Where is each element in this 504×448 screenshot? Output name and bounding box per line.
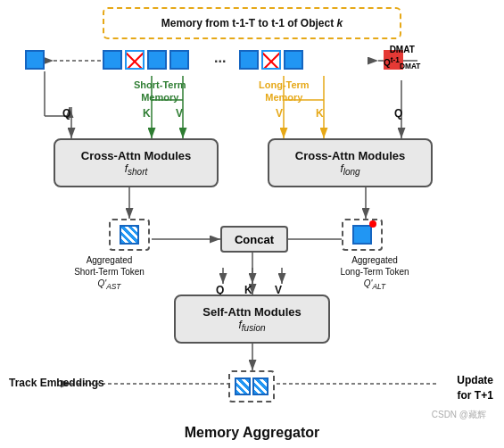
self-attn-module: Self-Attn Modules ffusion [174,295,330,344]
long-term-label: Long-Term Memory [259,79,310,104]
left-blue-token [25,50,45,70]
cross-attn-1-sub: fshort [125,162,148,177]
concat-box: Concat [220,226,288,253]
cross-attn-module-2: Cross-Attn Modules flong [268,138,433,187]
red-dot-marker [369,220,376,228]
k-label-1: K [143,107,151,120]
token-1 [103,50,122,70]
dots-separator: ··· [214,54,226,70]
cross-attn-2-title: Cross-Attn Modules [295,149,406,162]
q-label-2: Q [394,107,402,120]
dmat-label: DMAT Qt-1DMAT [384,45,420,71]
short-term-tokens [103,50,189,70]
diagram: Memory from t-1-T to t-1 of Object k ···… [0,0,504,448]
v-label-1: V [176,107,183,120]
cross-attn-2-sub: flong [340,162,359,177]
memory-header-text: Memory from t-1-T to t-1 of Object k [161,17,343,29]
agg-long-box [342,219,383,251]
memory-header-main: Memory from t-1-T to t-1 of Object [161,17,337,29]
output-token-1 [235,377,251,395]
agg-short-token [120,225,139,245]
output-token-2 [252,377,269,395]
memory-header-box: Memory from t-1-T to t-1 of Object k [103,7,401,39]
concat-label: Concat [235,233,274,246]
agg-short-box [109,219,150,251]
v-label-2: V [276,107,283,120]
self-attn-title: Self-Attn Modules [202,305,302,319]
agg-long-token [352,225,372,245]
token-7 [284,50,303,70]
k-label-2: K [316,107,324,120]
token-2-crossed [125,50,145,70]
token-5 [239,50,259,70]
long-term-tokens [239,50,303,70]
track-embeddings-label: Track Embeddings [9,377,104,389]
memory-header-k: k [336,17,343,29]
watermark: CSDN @藏辉 [432,409,486,421]
self-attn-sub: ffusion [238,319,265,333]
cross-attn-1-title: Cross-Attn Modules [81,149,192,162]
agg-short-label: Aggregated Short-Term Token Q'AST [62,254,156,292]
q-label-1: Q [62,107,70,120]
update-label: Update for T+1 [457,373,493,403]
agg-long-label: Aggregated Long-Term Token Q'ALT [326,254,424,292]
token-6-crossed [261,50,281,70]
cross-attn-module-1: Cross-Attn Modules fshort [54,138,219,187]
token-4 [169,50,189,70]
short-term-label: Short-Term Memory [134,79,186,104]
bottom-title: Memory Aggregator [0,425,504,441]
output-tokens-box [228,370,275,402]
token-3 [147,50,167,70]
